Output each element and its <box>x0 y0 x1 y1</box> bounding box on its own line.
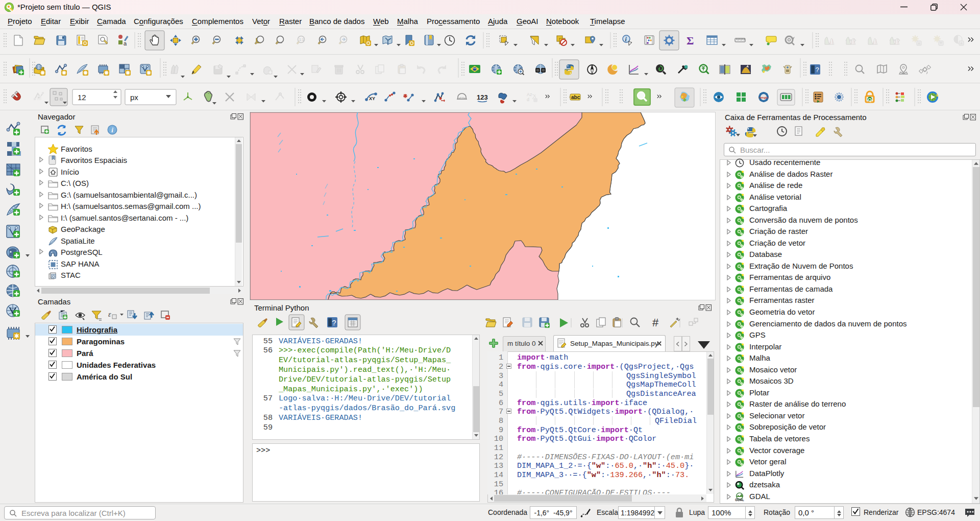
svg-text:?: ? <box>332 318 336 327</box>
svg-text:Σ: Σ <box>687 34 694 47</box>
svg-text:123: 123 <box>477 93 488 101</box>
svg-text:Q: Q <box>868 97 871 102</box>
svg-text:#: # <box>652 317 659 329</box>
svg-text:abc: abc <box>571 94 580 100</box>
svg-text:omgis: omgis <box>759 96 768 99</box>
svg-text:12: 12 <box>78 93 86 102</box>
svg-text:i: i <box>111 126 113 134</box>
svg-text:ε: ε <box>108 311 111 318</box>
svg-text:1:1: 1:1 <box>299 38 304 41</box>
svg-text:GDAL: GDAL <box>735 498 744 502</box>
svg-text:px: px <box>130 93 138 102</box>
svg-text:a: a <box>124 40 127 46</box>
svg-text:XY: XY <box>369 96 375 101</box>
svg-text:?: ? <box>815 66 819 74</box>
svg-text:Az: Az <box>527 92 532 97</box>
svg-text:d: d <box>527 97 529 102</box>
